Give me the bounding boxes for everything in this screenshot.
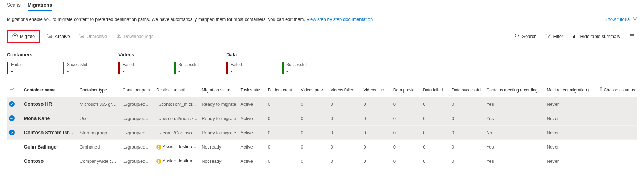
cell-type: User: [78, 111, 121, 126]
unarchive-button: Unarchive: [77, 32, 109, 41]
col-vs[interactable]: Videos succ...: [362, 83, 391, 97]
cell-mstat: Ready to migrate: [200, 97, 238, 111]
info-row: Migrations enable you to migrate content…: [0, 12, 644, 27]
cell-dpath[interactable]: !Assign destination: [154, 154, 200, 168]
data-failed-value: -: [231, 68, 251, 74]
cell-dp: 0: [391, 97, 421, 111]
assign-destination-link[interactable]: Assign destination: [163, 144, 200, 149]
search-button[interactable]: Search: [512, 32, 538, 41]
cell-name[interactable]: Contoso Stream Group: [22, 126, 78, 140]
col-mrm[interactable]: Most recent migration↓: [545, 83, 600, 97]
cell-vf: 0: [328, 140, 362, 154]
col-name[interactable]: Container name: [22, 83, 78, 97]
svg-rect-7: [573, 36, 574, 38]
cell-df: 0: [421, 111, 450, 126]
cell-cpath: .../group/ed53...: [121, 140, 154, 154]
table-row[interactable]: Colin BallingerOrphaned.../group/ed53...…: [7, 140, 637, 154]
col-select-all[interactable]: [7, 83, 22, 97]
hide-summary-button[interactable]: Hide table summary: [570, 32, 622, 41]
table-row[interactable]: ContosoCompanywide channel.../group/ed53…: [7, 154, 637, 168]
summary-data: Data Failed - Successful -: [226, 52, 331, 74]
migrate-button[interactable]: Migrate: [10, 32, 37, 41]
col-choose[interactable]: Choose columns: [600, 83, 637, 97]
filter-button[interactable]: Filter: [544, 32, 566, 41]
cell-dp: 0: [391, 140, 421, 154]
videos-success-value: -: [178, 68, 199, 74]
col-cpath[interactable]: Container path: [121, 83, 154, 97]
containers-failed-cell: Failed -: [7, 62, 31, 74]
checkmark-icon[interactable]: [9, 130, 15, 135]
command-bar: Migrate Archive Unarchive Download logs …: [0, 27, 644, 46]
cloud-upload-icon: [12, 33, 18, 40]
summary-icon: [572, 33, 578, 40]
cell-dpath: .../contosohr_micr...: [154, 97, 200, 111]
cell-cmr: Yes: [484, 154, 545, 168]
cell-dpath[interactable]: !Assign destination: [154, 140, 200, 154]
show-tutorial-button[interactable]: Show tutorial: [605, 17, 637, 22]
cell-fold: 0: [266, 111, 299, 126]
col-tstat[interactable]: Task status: [239, 83, 266, 97]
summary-videos-title: Videos: [118, 52, 219, 57]
col-dpath[interactable]: Destination path: [154, 83, 200, 97]
cell-select[interactable]: [7, 154, 22, 168]
cell-ds: 0: [450, 154, 484, 168]
table-row[interactable]: Contoso Stream GroupStream group.../grou…: [7, 126, 637, 140]
col-fold[interactable]: Folders created: [266, 83, 299, 97]
cell-spacer: [600, 126, 637, 140]
cell-name[interactable]: Mona Kane: [22, 111, 78, 126]
cell-name[interactable]: Colin Ballinger: [22, 140, 78, 154]
warning-icon: !: [156, 159, 161, 164]
checkmark-icon[interactable]: [9, 115, 15, 121]
col-type[interactable]: Container type: [78, 83, 121, 97]
table-header-row: Container name Container type Container …: [7, 83, 637, 97]
table-row[interactable]: Contoso HRMicrosoft 365 group.../group/e…: [7, 97, 637, 111]
choose-columns-label: Choose columns: [604, 88, 635, 93]
search-icon: [514, 33, 520, 40]
col-dp[interactable]: Data previo...: [391, 83, 421, 97]
col-df[interactable]: Data failed: [421, 83, 450, 97]
cell-select[interactable]: [7, 140, 22, 154]
tab-migrations[interactable]: Migrations: [28, 0, 52, 11]
cell-cpath: .../group/ed53...: [121, 154, 154, 168]
cell-mrm: Never: [545, 140, 600, 154]
cell-select[interactable]: [7, 111, 22, 126]
checkmark-icon[interactable]: [9, 101, 15, 107]
col-mstat[interactable]: Migration status: [200, 83, 238, 97]
cell-mrm: Never: [545, 154, 600, 168]
cell-type: Microsoft 365 group: [78, 97, 121, 111]
cell-vs: 0: [362, 111, 391, 126]
cell-select[interactable]: [7, 126, 22, 140]
col-cmr[interactable]: Contains meeting recording: [484, 83, 545, 97]
cell-ds: 0: [450, 111, 484, 126]
col-vf[interactable]: Videos failed: [328, 83, 362, 97]
data-failed-label: Failed: [231, 62, 251, 67]
cell-mstat: Not ready: [200, 154, 238, 168]
cell-vs: 0: [362, 154, 391, 168]
cell-vp: 0: [299, 126, 328, 140]
col-vp[interactable]: Videos prev...: [299, 83, 328, 97]
cell-type: Orphaned: [78, 140, 121, 154]
assign-destination-link[interactable]: Assign destination: [163, 158, 200, 163]
archive-button[interactable]: Archive: [45, 32, 72, 41]
cell-cpath: .../group/ed53...: [121, 97, 154, 111]
docs-link[interactable]: View step by step documentation: [307, 17, 373, 22]
table-wrap: Container name Container type Container …: [0, 83, 644, 168]
cell-fold: 0: [266, 140, 299, 154]
warning-icon: !: [156, 145, 161, 150]
archive-icon: [47, 33, 53, 40]
containers-failed-label: Failed: [11, 62, 31, 67]
cell-df: 0: [421, 154, 450, 168]
more-button[interactable]: [627, 32, 637, 41]
col-ds[interactable]: Data successful: [450, 83, 484, 97]
migrations-table: Container name Container type Container …: [7, 83, 637, 168]
cell-mrm: Never: [545, 97, 600, 111]
cell-name[interactable]: Contoso: [22, 154, 78, 168]
cell-select[interactable]: [7, 97, 22, 111]
cell-tstat: Active: [239, 111, 266, 126]
videos-success-label: Successful: [178, 62, 199, 67]
cell-name[interactable]: Contoso HR: [22, 97, 78, 111]
table-row[interactable]: Mona KaneUser.../group/ed53....../person…: [7, 111, 637, 126]
cell-tstat: Active: [239, 97, 266, 111]
more-icon: [629, 33, 635, 40]
tab-scans[interactable]: Scans: [7, 0, 21, 11]
